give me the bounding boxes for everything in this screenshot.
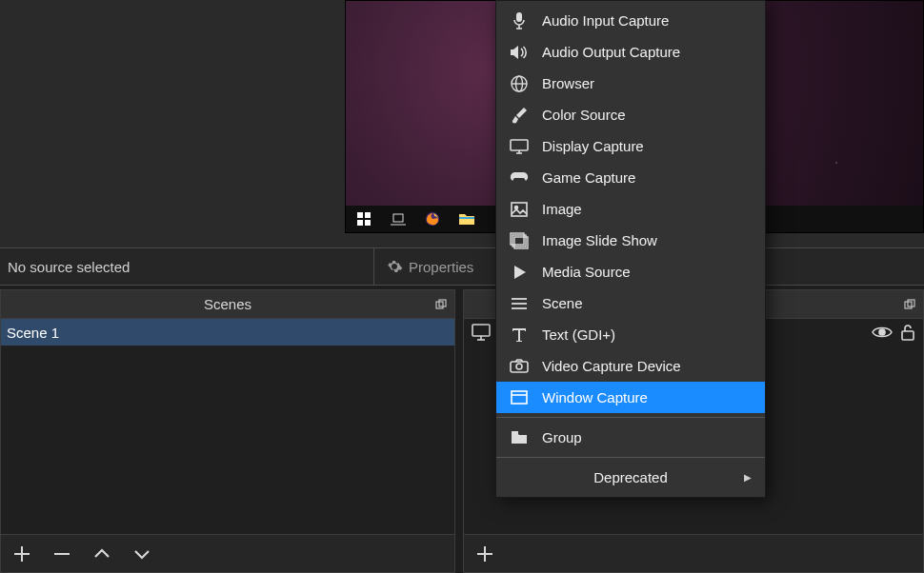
svg-rect-2 [357, 220, 363, 226]
svg-rect-22 [516, 12, 522, 22]
scenes-title: Scenes [204, 296, 251, 312]
svg-rect-15 [472, 325, 490, 336]
properties-bar: No source selected Properties [0, 247, 924, 286]
svg-rect-7 [459, 217, 474, 219]
play-icon [510, 263, 529, 282]
text-icon [510, 326, 529, 345]
visibility-icon[interactable] [872, 325, 893, 340]
menu-item-label: Video Capture Device [542, 358, 681, 374]
menu-item-game-capture[interactable]: Game Capture [496, 162, 765, 193]
menu-item-audio-input-capture[interactable]: Audio Input Capture [496, 5, 765, 36]
menu-item-image[interactable]: Image [496, 193, 765, 225]
scenes-panel: Scenes Scene 1 [0, 289, 455, 573]
menu-item-label: Scene [542, 295, 583, 311]
properties-label: Properties [409, 259, 473, 275]
menu-separator [496, 417, 765, 418]
scene-item-label: Scene 1 [7, 325, 59, 341]
remove-scene-button[interactable] [50, 543, 73, 565]
svg-rect-19 [902, 331, 914, 340]
menu-item-label: Color Source [542, 107, 626, 123]
image-icon [510, 200, 529, 219]
scenes-header: Scenes [1, 290, 454, 319]
svg-rect-43 [512, 431, 518, 434]
svg-rect-41 [512, 391, 527, 404]
menu-item-label: Browser [542, 75, 594, 91]
mic-icon [510, 11, 529, 30]
menu-item-label: Image Slide Show [542, 232, 657, 248]
window-icon [510, 388, 529, 407]
task-view-icon [390, 210, 407, 227]
monitor-icon [472, 324, 491, 341]
slideshow-icon [510, 231, 529, 250]
panels-row: Scenes Scene 1 So [0, 286, 924, 573]
gear-icon [386, 258, 403, 275]
brush-icon [510, 106, 529, 125]
svg-rect-1 [365, 212, 371, 218]
popout-icon[interactable] [433, 297, 449, 312]
firefox-icon [424, 210, 441, 227]
menu-item-color-source[interactable]: Color Source [496, 99, 765, 130]
svg-point-40 [516, 364, 522, 369]
menu-item-label: Deprecated [593, 469, 668, 485]
menu-item-text-gdi[interactable]: Text (GDI+) [496, 319, 765, 350]
move-scene-up-button[interactable] [90, 543, 113, 565]
menu-item-display-capture[interactable]: Display Capture [496, 130, 765, 162]
gamepad-icon [510, 168, 529, 188]
menu-item-window-capture[interactable]: Window Capture [496, 382, 765, 413]
add-scene-button[interactable] [10, 543, 33, 565]
svg-rect-3 [365, 220, 371, 226]
menu-item-label: Game Capture [542, 169, 635, 186]
menu-item-label: Audio Output Capture [542, 44, 680, 60]
menu-item-deprecated[interactable]: Deprecated ▶ [496, 462, 765, 493]
menu-item-audio-output-capture[interactable]: Audio Output Capture [496, 36, 765, 68]
menu-separator [496, 457, 765, 458]
move-scene-down-button[interactable] [131, 543, 153, 565]
menu-item-label: Audio Input Capture [542, 12, 669, 29]
monitor-icon [510, 137, 529, 156]
scenes-list[interactable]: Scene 1 [1, 319, 454, 534]
svg-rect-0 [357, 212, 363, 218]
svg-rect-31 [512, 203, 527, 216]
speaker-icon [510, 43, 529, 62]
folder-icon [510, 428, 529, 447]
popout-icon[interactable] [902, 297, 917, 312]
menu-item-label: Media Source [542, 264, 631, 280]
add-source-context-menu[interactable]: Audio Input Capture Audio Output Capture… [495, 0, 766, 498]
menu-item-label: Group [542, 429, 582, 445]
menu-item-image-slide-show[interactable]: Image Slide Show [496, 225, 765, 256]
lock-icon[interactable] [900, 324, 915, 341]
sources-toolbar [464, 534, 923, 572]
menu-item-browser[interactable]: Browser [496, 68, 765, 99]
menu-item-group[interactable]: Group [496, 422, 765, 453]
menu-item-label: Text (GDI+) [542, 326, 615, 343]
menu-item-video-capture-device[interactable]: Video Capture Device [496, 350, 765, 382]
scenes-toolbar [1, 534, 454, 572]
preview-area [0, 0, 924, 247]
camera-icon [510, 357, 529, 376]
menu-item-label: Window Capture [542, 389, 648, 405]
scene-item[interactable]: Scene 1 [1, 319, 454, 346]
add-source-button[interactable] [473, 543, 496, 565]
menu-item-scene[interactable]: Scene [496, 287, 765, 319]
file-explorer-icon [458, 210, 475, 227]
menu-item-media-source[interactable]: Media Source [496, 256, 765, 287]
svg-rect-4 [393, 214, 403, 222]
submenu-arrow-icon: ▶ [744, 472, 752, 483]
properties-button[interactable]: Properties [374, 258, 485, 275]
globe-icon [510, 74, 529, 93]
windows-start-icon [355, 210, 372, 227]
menu-item-label: Display Capture [542, 138, 644, 154]
svg-rect-28 [511, 140, 528, 150]
menu-item-label: Image [542, 201, 582, 217]
list-icon [510, 294, 529, 313]
svg-point-18 [879, 329, 885, 335]
no-source-selected-label: No source selected [0, 259, 373, 275]
